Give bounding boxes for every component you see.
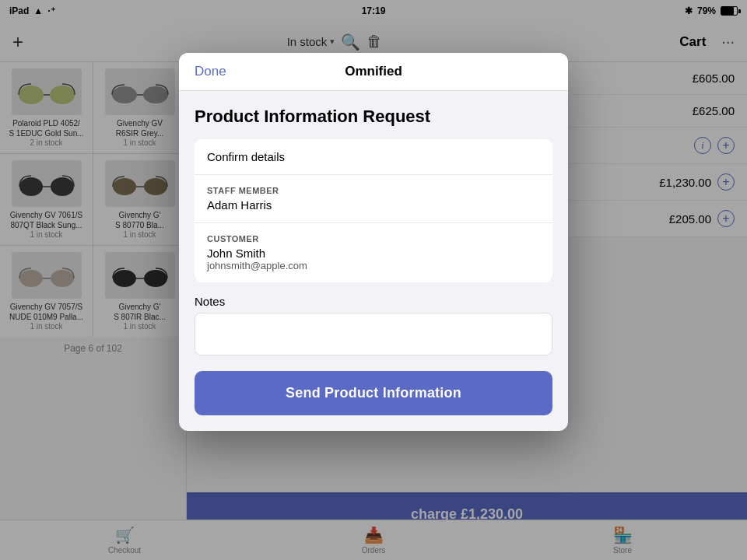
- customer-label: CUSTOMER: [207, 234, 540, 243]
- product-info-modal: Done Omnified Product Information Reques…: [179, 53, 568, 431]
- modal-nav: Done Omnified: [179, 53, 568, 91]
- customer-section: CUSTOMER John Smith johnsmith@apple.com: [195, 223, 552, 282]
- modal-body: Product Information Request Confirm deta…: [179, 91, 568, 431]
- send-product-info-button[interactable]: Send Product Information: [195, 371, 552, 415]
- confirm-details-section: Confirm details: [195, 139, 552, 175]
- staff-member-value: Adam Harris: [207, 198, 540, 212]
- notes-label: Notes: [195, 295, 552, 308]
- done-button[interactable]: Done: [195, 64, 226, 79]
- customer-name: John Smith: [207, 247, 540, 260]
- staff-member-section: STAFF MEMBER Adam Harris: [195, 175, 552, 223]
- customer-email: johnsmith@apple.com: [207, 260, 540, 271]
- notes-input[interactable]: [195, 313, 552, 355]
- details-card: Confirm details STAFF MEMBER Adam Harris…: [195, 139, 552, 282]
- staff-member-label: STAFF MEMBER: [207, 186, 540, 195]
- modal-heading: Product Information Request: [195, 107, 552, 127]
- confirm-details-label: Confirm details: [207, 150, 540, 163]
- modal-app-name: Omnified: [345, 64, 402, 79]
